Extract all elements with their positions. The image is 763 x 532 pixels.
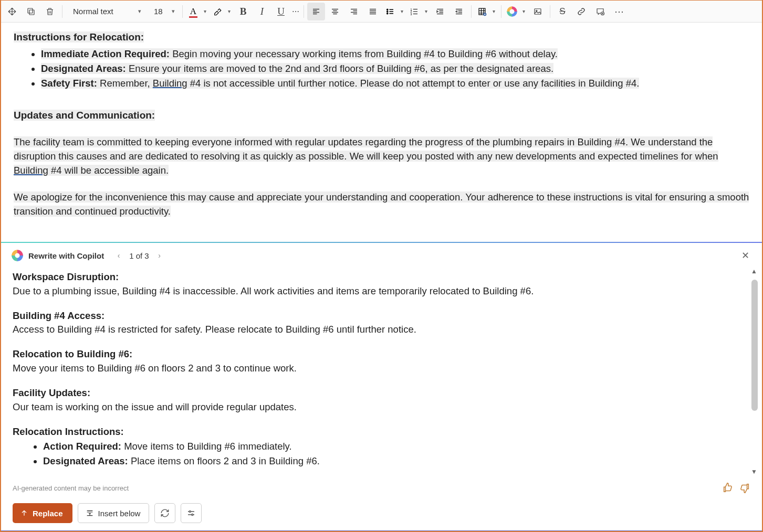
svg-point-2 (387, 9, 388, 10)
suggestion-text: Move your items to Building #6 on floors… (13, 361, 747, 376)
strikethrough-button[interactable]: S (553, 3, 571, 20)
suggestion-text: Our team is working on the issue and wil… (13, 400, 747, 414)
paragraph: The facility team is committed to keepin… (14, 135, 749, 177)
svg-point-13 (190, 511, 191, 513)
chevron-down-icon: ▾ (519, 8, 528, 14)
table-button[interactable]: ▾ (475, 3, 498, 20)
paragraph-style-label: Normal text (73, 7, 113, 16)
comment-button[interactable] (591, 3, 609, 20)
scroll-up-button[interactable]: ▲ (749, 267, 759, 276)
suggestion-text: Due to a plumbing issue, Building #4 is … (13, 284, 747, 299)
copilot-suggestion-body: ▲ ▼ Workspace Disruption: Due to a plumb… (1, 265, 762, 479)
copilot-panel-title: Rewrite with Copilot (28, 251, 104, 260)
suggestion-heading: Relocation to Building #6: (13, 347, 747, 361)
toolbar: Normal text ▾ 18 ▾ A ▾ ▾ B I U ⋯ ▾ 123 (1, 1, 762, 23)
thumbs-down-button[interactable] (739, 482, 750, 494)
align-center-button[interactable] (326, 3, 344, 20)
link-button[interactable] (572, 3, 590, 20)
ai-disclaimer: AI-generated content may be incorrect (13, 484, 717, 498)
chevron-down-icon: ▾ (172, 8, 175, 15)
indent-decrease-button[interactable] (450, 3, 468, 20)
suggestion-counter: 1 of 3 (129, 251, 149, 260)
paragraph: We apologize for the inconvenience this … (14, 190, 749, 218)
italic-button[interactable]: I (253, 3, 271, 20)
numbered-list-button[interactable]: 123 ▾ (407, 3, 430, 20)
svg-rect-10 (535, 8, 541, 14)
font-size-dropdown[interactable]: 18 ▾ (148, 3, 179, 20)
thumbs-up-button[interactable] (722, 482, 734, 494)
svg-point-14 (192, 514, 193, 516)
heading-instructions: Instructions for Relocation: (14, 31, 144, 42)
font-color-button[interactable]: A ▾ (186, 3, 209, 20)
chevron-down-icon: ▾ (138, 8, 141, 15)
move-icon[interactable] (3, 3, 21, 20)
highlight-color-button[interactable]: ▾ (210, 3, 233, 20)
suggestion-text: Access to Building #4 is restricted for … (13, 323, 747, 337)
chevron-down-icon: ▾ (225, 8, 233, 14)
list-item: Action Required: Move items to Building … (43, 440, 747, 454)
copilot-toolbar-button[interactable]: ▾ (505, 3, 528, 20)
spellcheck-word[interactable]: Building (14, 165, 48, 176)
svg-point-3 (387, 10, 388, 12)
list-item: Safety First: Remember, Building #4 is n… (41, 76, 749, 90)
svg-rect-1 (28, 8, 33, 13)
more-font-button[interactable]: ⋯ (291, 3, 300, 20)
align-left-button[interactable] (307, 3, 325, 20)
align-right-button[interactable] (345, 3, 363, 20)
next-suggestion-button[interactable]: › (153, 249, 166, 262)
chevron-down-icon: ▾ (489, 8, 498, 14)
bullet-list-button[interactable]: ▾ (383, 3, 406, 20)
close-button[interactable]: ✕ (738, 248, 752, 263)
spellcheck-word[interactable]: Building (153, 78, 187, 89)
regenerate-button[interactable] (154, 503, 175, 523)
heading-updates: Updates and Communication: (14, 110, 155, 121)
delete-icon[interactable] (41, 3, 59, 20)
suggestion-heading: Relocation Instructions: (13, 425, 747, 439)
copy-icon[interactable] (22, 3, 40, 20)
svg-point-4 (387, 13, 388, 14)
toolbar-overflow-button[interactable]: ⋯ (610, 3, 628, 20)
list-item: Designated Areas: Ensure your items are … (41, 61, 749, 76)
insert-below-button[interactable]: Insert below (78, 503, 150, 523)
bold-button[interactable]: B (234, 3, 252, 20)
suggestion-heading: Facility Updates: (13, 386, 747, 400)
document-area[interactable]: Instructions for Relocation: Immediate A… (1, 23, 762, 242)
svg-rect-0 (29, 10, 34, 15)
prev-suggestion-button[interactable]: ‹ (112, 249, 125, 262)
copilot-icon (12, 250, 23, 261)
replace-button[interactable]: Replace (13, 503, 72, 523)
list-item: Designated Areas: Place items on floors … (43, 454, 747, 469)
list-item: Immediate Action Required: Begin moving … (41, 47, 749, 61)
scrollbar-thumb[interactable] (751, 280, 758, 411)
chevron-down-icon: ▾ (201, 8, 209, 14)
instructions-list: Immediate Action Required: Begin moving … (14, 47, 749, 90)
copilot-icon (507, 6, 517, 17)
paragraph-style-dropdown[interactable]: Normal text ▾ (66, 3, 147, 20)
copilot-rewrite-panel: Rewrite with Copilot ‹ 1 of 3 › ✕ ▲ ▼ Wo… (1, 242, 762, 531)
font-size-value: 18 (154, 7, 163, 16)
suggestion-heading: Workspace Disruption: (13, 270, 747, 284)
adjust-button[interactable] (181, 503, 202, 523)
align-justify-button[interactable] (364, 3, 382, 20)
suggestion-heading: Building #4 Access: (13, 309, 747, 323)
scroll-down-button[interactable]: ▼ (749, 467, 759, 477)
svg-text:3: 3 (411, 12, 412, 15)
chevron-down-icon: ▾ (422, 8, 430, 14)
image-button[interactable] (529, 3, 547, 20)
indent-increase-button[interactable] (431, 3, 449, 20)
chevron-down-icon: ▾ (398, 8, 406, 14)
underline-button[interactable]: U (272, 3, 290, 20)
